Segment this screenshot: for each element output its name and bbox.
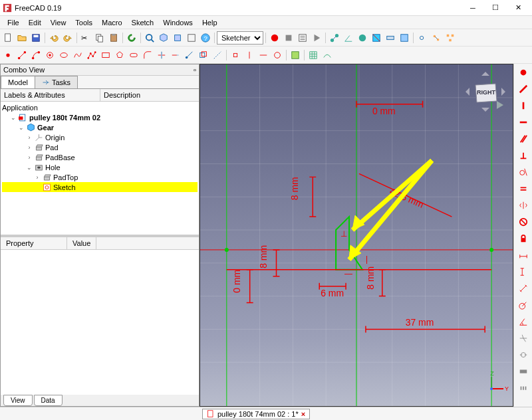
measure-angle-button[interactable] xyxy=(342,31,355,45)
point-on-button[interactable] xyxy=(516,82,531,96)
macro-stop-button[interactable] xyxy=(282,31,295,45)
parallel-button[interactable] xyxy=(516,132,531,146)
btab-view[interactable]: View xyxy=(3,395,33,406)
tree-document[interactable]: ⌄pulley 180t 74mm 02 xyxy=(2,112,198,122)
sketch-extend-button[interactable] xyxy=(169,49,182,62)
sketch-arc-button[interactable] xyxy=(29,49,43,62)
menu-view[interactable]: View xyxy=(46,17,71,28)
redo-button[interactable] xyxy=(61,31,74,45)
measure-dist-button[interactable] xyxy=(328,31,341,45)
viewport-3d[interactable]: ⊥ | — 0 mm 8 mm 42,5 mm 6 mm 8 mm 0 mm 8… xyxy=(200,64,513,407)
perpendicular-button[interactable] xyxy=(516,148,531,163)
minimize-button[interactable]: ─ xyxy=(462,1,484,15)
view-fit-button[interactable] xyxy=(143,31,156,45)
select-origin-button[interactable] xyxy=(229,49,242,62)
block-button[interactable] xyxy=(516,215,531,229)
tree-application[interactable]: Application xyxy=(2,103,198,112)
sketch-external-button[interactable] xyxy=(183,49,196,62)
sketch-fillet-button[interactable] xyxy=(141,49,154,62)
show-bspline-button[interactable] xyxy=(321,49,334,62)
sketch-canvas[interactable]: ⊥ | — 0 mm 8 mm 42,5 mm 6 mm 8 mm 0 mm 8… xyxy=(200,64,513,406)
part-check-button[interactable] xyxy=(356,31,369,45)
texture-button[interactable] xyxy=(398,31,411,45)
menu-macro[interactable]: Macro xyxy=(97,17,127,28)
dock-close-icon[interactable]: ▫ xyxy=(194,66,196,74)
internal-align-button[interactable] xyxy=(516,348,531,362)
sketch-polyline-button[interactable] xyxy=(85,49,98,62)
maximize-button[interactable]: ☐ xyxy=(484,1,507,15)
link-actions-button[interactable] xyxy=(430,31,443,45)
tangent-button[interactable] xyxy=(516,165,531,179)
document-tab[interactable]: pulley 180t 74mm 02 : 1* × xyxy=(202,409,310,419)
menu-file[interactable]: File xyxy=(3,17,24,28)
open-button[interactable] xyxy=(15,31,29,45)
model-tree[interactable]: Application ⌄pulley 180t 74mm 02 ⌄Gear ›… xyxy=(1,102,199,235)
tree-hole[interactable]: ⌄Hole xyxy=(2,162,198,172)
link-make-button[interactable] xyxy=(416,31,429,45)
view-front-button[interactable] xyxy=(171,31,184,45)
macro-list-button[interactable] xyxy=(296,31,309,45)
toggle-grid-button[interactable] xyxy=(307,49,320,62)
doc-tab-close-icon[interactable]: × xyxy=(301,410,305,418)
property-body[interactable] xyxy=(1,250,199,395)
sketch-bspline-button[interactable] xyxy=(71,49,84,62)
macro-play-button[interactable] xyxy=(310,31,323,45)
select-vaxis-button[interactable] xyxy=(243,49,256,62)
tree-gear[interactable]: ⌄Gear xyxy=(2,122,198,132)
lock-button[interactable] xyxy=(516,231,531,246)
undo-button[interactable] xyxy=(47,31,61,45)
horizontal-button[interactable] xyxy=(516,115,531,130)
tree-padbase[interactable]: ›PadBase xyxy=(2,152,198,162)
whatsthis-button[interactable]: ? xyxy=(199,31,212,45)
close-button[interactable]: ✕ xyxy=(507,1,529,15)
draw-style-button[interactable] xyxy=(185,31,198,45)
tree-pad[interactable]: ›Pad xyxy=(2,142,198,152)
view-iso-button[interactable] xyxy=(157,31,170,45)
validate-button[interactable] xyxy=(289,49,302,62)
snell-button[interactable] xyxy=(516,331,531,346)
menu-help[interactable]: Help xyxy=(198,17,222,28)
coincident-button[interactable] xyxy=(516,65,531,80)
sketch-point-button[interactable] xyxy=(1,49,15,62)
cut-button[interactable]: ✂ xyxy=(79,31,92,45)
toggle-construction-button[interactable] xyxy=(211,49,224,62)
menu-sketch[interactable]: Sketch xyxy=(127,17,159,28)
symmetric-button[interactable] xyxy=(516,198,531,213)
sketch-rect-button[interactable] xyxy=(99,49,112,62)
sketch-conic-button[interactable] xyxy=(57,49,70,62)
save-button[interactable] xyxy=(29,31,43,45)
activate-button[interactable] xyxy=(516,381,531,395)
clip-plane-button[interactable] xyxy=(384,31,397,45)
equal-button[interactable] xyxy=(516,181,531,196)
menu-tools[interactable]: Tools xyxy=(70,17,97,28)
select-redundant-button[interactable] xyxy=(271,49,284,62)
tree-padtop[interactable]: ›PadTop xyxy=(2,172,198,182)
sketch-circle-button[interactable] xyxy=(43,49,57,62)
tree-sync-button[interactable] xyxy=(444,31,457,45)
dim-len-button[interactable] xyxy=(516,281,531,296)
menu-windows[interactable]: Windows xyxy=(158,17,198,28)
copy-button[interactable] xyxy=(93,31,106,45)
dim-h-button[interactable] xyxy=(516,248,531,262)
refresh-button[interactable] xyxy=(125,31,138,45)
new-button[interactable] xyxy=(1,31,15,45)
dim-v-button[interactable] xyxy=(516,264,531,279)
menu-edit[interactable]: Edit xyxy=(24,17,46,28)
dim-angle-button[interactable] xyxy=(516,314,531,329)
tab-model[interactable]: Model xyxy=(1,76,35,88)
dim-rad-button[interactable] xyxy=(516,298,531,312)
navigation-cube[interactable]: RIGHT xyxy=(462,68,509,115)
workbench-selector[interactable]: Sketcher xyxy=(217,31,263,45)
sketch-slot-button[interactable] xyxy=(127,49,140,62)
tab-tasks[interactable]: Tasks xyxy=(35,76,78,88)
view-section-button[interactable] xyxy=(370,31,383,45)
sketch-polygon-button[interactable] xyxy=(113,49,126,62)
sketch-trim-button[interactable] xyxy=(155,49,168,62)
paste-button[interactable] xyxy=(107,31,120,45)
select-haxis-button[interactable] xyxy=(257,49,270,62)
sketch-carbon-button[interactable] xyxy=(197,49,210,62)
tree-sketch[interactable]: Sketch xyxy=(2,182,198,192)
sketch-line-button[interactable] xyxy=(15,49,29,62)
tree-origin[interactable]: ›Origin xyxy=(2,132,198,142)
toggle-driving-button[interactable] xyxy=(516,364,531,379)
